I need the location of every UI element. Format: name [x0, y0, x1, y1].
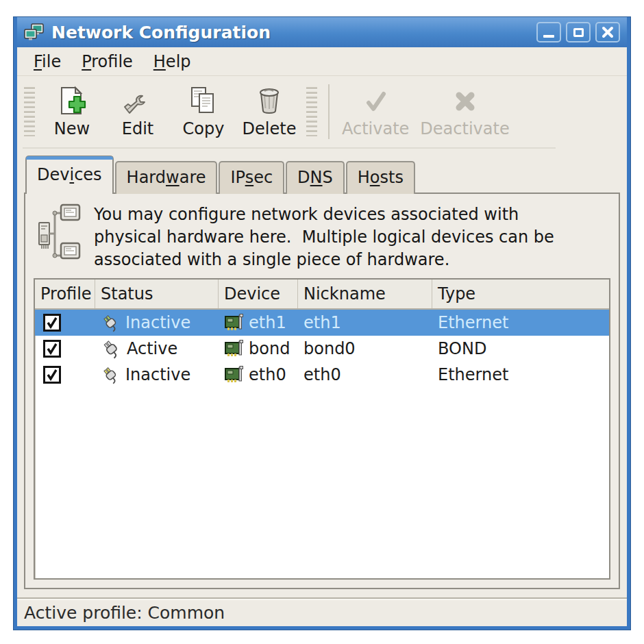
device-value: bond — [249, 339, 290, 358]
tab-devices[interactable]: Devices — [25, 156, 114, 194]
plug-icon — [101, 365, 120, 384]
plug-icon — [101, 338, 121, 359]
devices-tab-panel: You may configure network devices associ… — [24, 193, 620, 589]
nickname-value: eth1 — [298, 313, 432, 332]
check-mark-icon — [46, 317, 58, 329]
type-value: Ethernet — [432, 313, 609, 332]
close-button[interactable] — [595, 22, 620, 42]
new-label: New — [54, 119, 90, 138]
type-value: Ethernet — [432, 365, 609, 384]
window-network-icon — [24, 23, 45, 42]
activate-label: Activate — [342, 119, 409, 138]
copy-pages-icon — [187, 85, 220, 118]
profile-checkbox[interactable] — [43, 366, 61, 384]
maximize-icon — [573, 28, 584, 37]
tab-hardware[interactable]: Hardware — [115, 161, 218, 194]
new-document-plus-icon — [55, 85, 88, 118]
nickname-value: bond0 — [298, 339, 432, 358]
column-header-nickname[interactable]: Nickname — [298, 280, 432, 308]
table-row[interactable]: Inactive eth1 eth1 Ethernet — [35, 310, 609, 336]
tab-dns[interactable]: DNS — [286, 161, 345, 194]
status-value: Inactive — [125, 365, 190, 384]
tab-bar: Devices Hardware IPsec DNS Hosts — [17, 149, 627, 194]
check-mark-icon — [46, 369, 58, 381]
devices-description: You may configure network devices associ… — [94, 203, 587, 271]
menu-file[interactable]: File — [25, 50, 69, 73]
column-header-device[interactable]: Device — [219, 280, 298, 308]
column-header-profile[interactable]: Profile — [35, 280, 95, 308]
window-title: Network Configuration — [51, 23, 530, 42]
plug-icon — [101, 313, 120, 332]
column-header-status[interactable]: Status — [95, 280, 219, 308]
table-header: Profile Status Device Nickname Type — [35, 280, 609, 310]
network-devices-diagram-icon — [36, 203, 82, 267]
delete-trash-icon — [253, 85, 286, 118]
menu-profile[interactable]: Profile — [73, 50, 141, 73]
minimize-button[interactable] — [536, 22, 561, 42]
activate-check-icon — [359, 85, 392, 118]
new-button[interactable]: New — [39, 82, 105, 141]
toolbar: New Edit Copy Del — [17, 76, 627, 147]
deactivate-label: Deactivate — [420, 119, 509, 138]
status-gap — [17, 589, 627, 597]
tab-hosts[interactable]: Hosts — [346, 161, 415, 194]
menu-help[interactable]: Help — [145, 50, 199, 73]
delete-label: Delete — [243, 119, 297, 138]
nic-card-icon — [224, 340, 243, 358]
minimize-icon — [543, 35, 554, 38]
edit-wrench-icon — [121, 85, 154, 118]
copy-label: Copy — [183, 119, 225, 138]
status-value: Active — [127, 339, 177, 358]
menubar: File Profile Help — [17, 47, 627, 76]
devices-table: Profile Status Device Nickname Type Inac… — [34, 278, 610, 580]
device-value: eth0 — [249, 365, 286, 384]
status-value: Inactive — [125, 313, 190, 332]
nic-card-icon — [224, 366, 243, 384]
nickname-value: eth0 — [298, 365, 432, 384]
titlebar[interactable]: Network Configuration — [17, 17, 627, 47]
table-row[interactable]: Active bond bond0 BOND — [35, 336, 609, 362]
delete-button[interactable]: Delete — [236, 82, 302, 141]
deactivate-button[interactable]: Deactivate — [414, 82, 515, 141]
copy-button[interactable]: Copy — [171, 82, 236, 141]
type-value: BOND — [432, 339, 609, 358]
toolbar-separator — [328, 84, 330, 139]
profile-checkbox[interactable] — [43, 340, 61, 358]
edit-button[interactable]: Edit — [105, 82, 171, 141]
devices-info: You may configure network devices associ… — [34, 201, 610, 278]
edit-label: Edit — [122, 119, 153, 138]
statusbar: Active profile: Common — [17, 597, 627, 626]
profile-checkbox[interactable] — [43, 314, 61, 332]
column-header-type[interactable]: Type — [432, 280, 609, 308]
check-mark-icon — [46, 343, 58, 355]
toolbar-drag-handle[interactable] — [24, 87, 35, 136]
tab-ipsec[interactable]: IPsec — [219, 161, 284, 194]
toolbar-drag-handle-2[interactable] — [306, 87, 317, 136]
table-row[interactable]: Inactive eth0 eth0 Ethernet — [35, 362, 609, 388]
maximize-button[interactable] — [566, 22, 591, 42]
active-profile-status: Active profile: Common — [24, 603, 225, 623]
nic-card-icon — [224, 314, 243, 332]
close-icon — [602, 26, 614, 38]
network-configuration-window: Network Configuration File Profile Help … — [14, 17, 630, 630]
activate-button[interactable]: Activate — [336, 82, 414, 141]
deactivate-x-icon — [449, 85, 482, 118]
device-value: eth1 — [249, 313, 286, 332]
